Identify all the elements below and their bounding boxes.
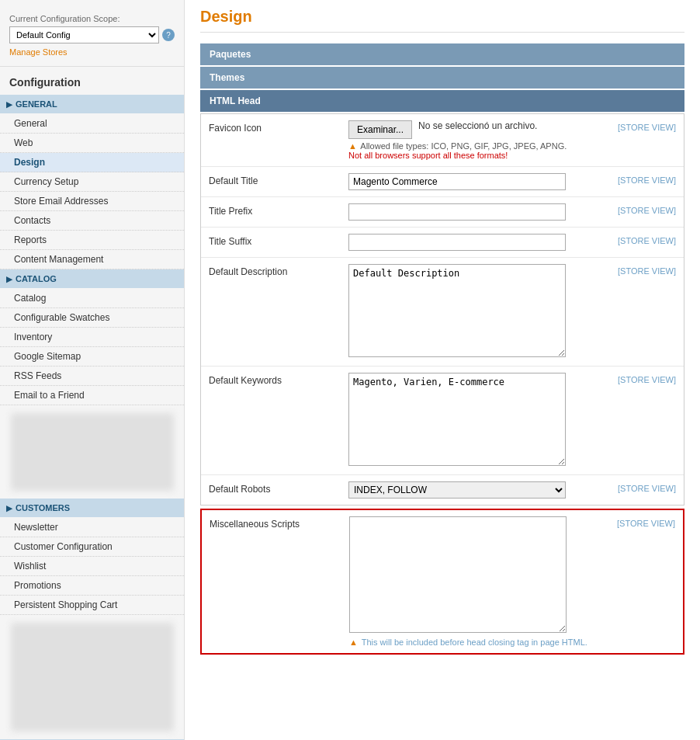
title-prefix-label: Title Prefix xyxy=(209,203,348,217)
form-row-default-robots: Default Robots INDEX, FOLLOW NOINDEX, FO… xyxy=(201,475,684,505)
default-robots-select[interactable]: INDEX, FOLLOW NOINDEX, FOLLOW INDEX, NOF… xyxy=(348,481,566,499)
sidebar-section-general[interactable]: ▶ GENERAL xyxy=(0,95,184,113)
default-keywords-control: Magento, Varien, E-commerce xyxy=(348,373,598,468)
scope-section: Current Configuration Scope: Default Con… xyxy=(0,8,184,67)
sidebar-section-catalog[interactable]: ▶ CATALOG xyxy=(0,269,184,288)
default-keywords-store-view[interactable]: [STORE VIEW] xyxy=(598,373,676,384)
sidebar-item-design[interactable]: Design xyxy=(0,153,184,172)
sidebar-catalog-items: Catalog Configurable Swatches Inventory … xyxy=(0,289,184,405)
sidebar-general-items: General Web Design Currency Setup Store … xyxy=(0,114,184,269)
title-prefix-input[interactable] xyxy=(348,203,566,221)
info-icon: ▲ xyxy=(349,638,358,647)
sidebar: Current Configuration Scope: Default Con… xyxy=(0,0,185,740)
title-suffix-label: Title Suffix xyxy=(209,234,348,247)
info-icon: ▲ xyxy=(348,141,357,151)
form-row-favicon: Favicon Icon Examinar... No se seleccion… xyxy=(201,114,684,167)
arrow-icon: ▶ xyxy=(6,275,12,283)
title-prefix-store-view[interactable]: [STORE VIEW] xyxy=(598,203,676,215)
title-prefix-control xyxy=(348,203,598,221)
form-row-misc-scripts: Miscellaneous Scripts ▲ This will be inc… xyxy=(202,510,683,653)
sidebar-item-configurable-swatches[interactable]: Configurable Swatches xyxy=(0,308,184,328)
default-description-textarea[interactable]: Default Description xyxy=(348,264,566,357)
default-keywords-label: Default Keywords xyxy=(209,373,348,386)
misc-note-text: This will be included before head closin… xyxy=(362,638,587,647)
misc-scripts-textarea[interactable] xyxy=(349,516,567,633)
title-suffix-store-view[interactable]: [STORE VIEW] xyxy=(598,234,676,245)
misc-scripts-store-view[interactable]: [STORE VIEW] xyxy=(598,516,675,528)
sidebar-item-google-sitemap[interactable]: Google Sitemap xyxy=(0,347,184,367)
misc-scripts-control: ▲ This will be included before head clos… xyxy=(349,516,598,647)
scope-label: Current Configuration Scope: xyxy=(9,14,175,23)
accordion-paquetes[interactable]: Paquetes xyxy=(200,43,684,65)
favicon-file-note: ▲ Allowed file types: ICO, PNG, GIF, JPG… xyxy=(348,141,598,160)
sidebar-section-catalog-label: CATALOG xyxy=(16,274,57,283)
accordion-html-head[interactable]: HTML Head xyxy=(200,90,684,112)
sidebar-customers-items: Newsletter Customer Configuration Wishli… xyxy=(0,518,184,615)
misc-scripts-note: ▲ This will be included before head clos… xyxy=(349,638,598,647)
sidebar-item-customer-configuration[interactable]: Customer Configuration xyxy=(0,537,184,557)
sidebar-section-customers[interactable]: ▶ CUSTOMERS xyxy=(0,499,184,517)
sidebar-item-email-to-friend[interactable]: Email to a Friend xyxy=(0,386,184,405)
allowed-types-text: Allowed file types: ICO, PNG, GIF, JPG, … xyxy=(360,141,567,151)
default-title-control xyxy=(348,173,598,190)
arrow-icon: ▶ xyxy=(6,100,12,109)
sidebar-item-newsletter[interactable]: Newsletter xyxy=(0,518,184,537)
no-file-text: No se seleccionó un archivo. xyxy=(418,120,537,131)
default-robots-control: INDEX, FOLLOW NOINDEX, FOLLOW INDEX, NOF… xyxy=(348,481,598,499)
misc-scripts-section: Miscellaneous Scripts ▲ This will be inc… xyxy=(200,509,684,655)
form-row-default-title: Default Title [STORE VIEW] xyxy=(201,167,684,197)
sidebar-item-rss-feeds[interactable]: RSS Feeds xyxy=(0,367,184,386)
sidebar-item-wishlist[interactable]: Wishlist xyxy=(0,557,184,576)
default-keywords-textarea[interactable]: Magento, Varien, E-commerce xyxy=(348,373,566,466)
browser-support-warning: Not all browsers support all these forma… xyxy=(348,151,508,160)
default-description-label: Default Description xyxy=(209,264,348,277)
manage-stores-link[interactable]: Manage Stores xyxy=(9,47,175,57)
form-row-title-prefix: Title Prefix [STORE VIEW] xyxy=(201,197,684,228)
misc-scripts-label: Miscellaneous Scripts xyxy=(210,516,349,530)
default-title-store-view[interactable]: [STORE VIEW] xyxy=(598,173,676,185)
default-robots-label: Default Robots xyxy=(209,481,348,495)
sidebar-item-content-management[interactable]: Content Management xyxy=(0,250,184,269)
default-title-label: Default Title xyxy=(209,173,348,186)
html-head-form: Favicon Icon Examinar... No se seleccion… xyxy=(200,113,684,505)
sidebar-ad-image xyxy=(11,413,174,491)
sidebar-item-reports[interactable]: Reports xyxy=(0,231,184,250)
sidebar-item-general[interactable]: General xyxy=(0,114,184,134)
favicon-control: Examinar... No se seleccionó un archivo.… xyxy=(348,120,598,160)
favicon-label: Favicon Icon xyxy=(209,120,348,134)
sidebar-item-catalog[interactable]: Catalog xyxy=(0,289,184,308)
scope-row: Default Config ? xyxy=(9,26,175,43)
scope-select[interactable]: Default Config xyxy=(9,26,159,43)
sidebar-item-promotions[interactable]: Promotions xyxy=(0,576,184,596)
title-suffix-control xyxy=(348,234,598,251)
scope-help-icon[interactable]: ? xyxy=(162,29,175,41)
title-suffix-input[interactable] xyxy=(348,234,566,251)
form-row-default-description: Default Description Default Description … xyxy=(201,258,684,367)
sidebar-section-general-label: GENERAL xyxy=(16,99,57,109)
sidebar-item-store-email-addresses[interactable]: Store Email Addresses xyxy=(0,192,184,211)
arrow-icon: ▶ xyxy=(6,504,12,512)
sidebar-item-web[interactable]: Web xyxy=(0,134,184,153)
favicon-row: Examinar... No se seleccionó un archivo. xyxy=(348,120,598,139)
browse-button[interactable]: Examinar... xyxy=(348,120,412,139)
sidebar-ad-image-2 xyxy=(11,623,174,731)
default-robots-store-view[interactable]: [STORE VIEW] xyxy=(598,481,676,493)
main-content: Design Paquetes Themes HTML Head Favicon… xyxy=(185,0,700,740)
form-row-default-keywords: Default Keywords Magento, Varien, E-comm… xyxy=(201,367,684,475)
sidebar-item-currency-setup[interactable]: Currency Setup xyxy=(0,172,184,192)
form-row-title-suffix: Title Suffix [STORE VIEW] xyxy=(201,228,684,258)
sidebar-item-contacts[interactable]: Contacts xyxy=(0,211,184,231)
sidebar-config-title: Configuration xyxy=(0,67,184,95)
sidebar-item-inventory[interactable]: Inventory xyxy=(0,328,184,347)
sidebar-item-persistent-shopping-cart[interactable]: Persistent Shopping Cart xyxy=(0,596,184,615)
accordion-themes[interactable]: Themes xyxy=(200,67,684,89)
default-description-control: Default Description xyxy=(348,264,598,360)
sidebar-section-customers-label: CUSTOMERS xyxy=(16,503,70,512)
page-title: Design xyxy=(200,8,684,33)
default-description-store-view[interactable]: [STORE VIEW] xyxy=(598,264,676,276)
default-title-input[interactable] xyxy=(348,173,566,190)
favicon-store-view[interactable]: [STORE VIEW] xyxy=(598,120,676,132)
